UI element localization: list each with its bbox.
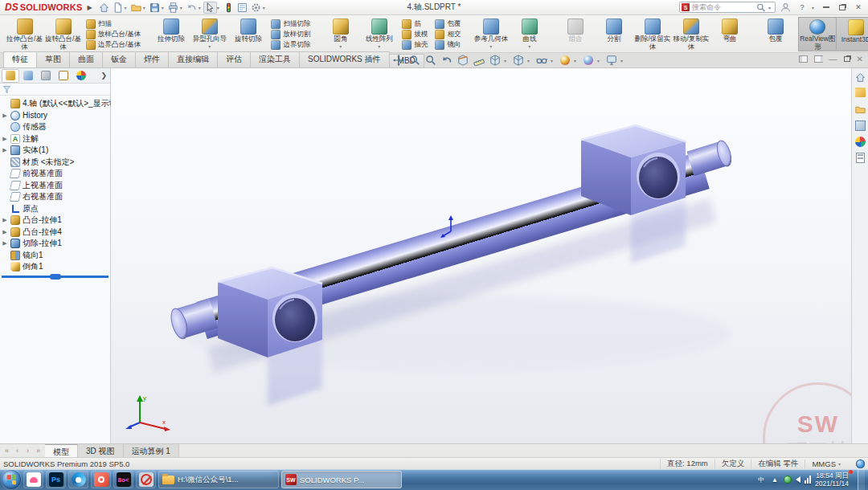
tab-render-tools[interactable]: 渲染工具 — [250, 51, 300, 67]
search-dropdown-arrow[interactable]: ▾ — [768, 5, 771, 10]
linear-pattern-button[interactable]: 线性阵列▾ — [360, 17, 398, 51]
rebuild-button[interactable] — [222, 2, 235, 14]
view-orientation-dropdown-arrow[interactable]: ▾ — [504, 58, 506, 63]
revolved-cut-button[interactable]: 旋转切除 — [229, 17, 267, 51]
save-dropdown-arrow[interactable]: ▾ — [162, 5, 164, 10]
solidworks-taskbar-button[interactable]: SW SOLIDWORKS P... — [281, 471, 402, 488]
help-button[interactable]: ? — [796, 2, 809, 13]
wrap2-button[interactable]: 包覆 — [756, 17, 794, 51]
tab-weldments[interactable]: 焊件 — [135, 51, 169, 67]
curves-dropdown-arrow[interactable]: ▾ — [528, 43, 530, 49]
tab-sheet-metal[interactable]: 钣金 — [102, 51, 136, 67]
menu-flyout-arrow[interactable]: ▶ — [87, 4, 92, 11]
taskbar-app-black[interactable]: 8o< — [113, 471, 133, 488]
tree-item-mirror1[interactable]: 镜向1 — [2, 250, 110, 262]
mirror-button[interactable]: 镜向 — [433, 39, 462, 50]
motion-study-tab[interactable]: 运动算例 1 — [124, 444, 179, 457]
options-dropdown-arrow[interactable]: ▾ — [263, 5, 265, 10]
hide-show-dropdown-arrow[interactable]: ▾ — [551, 58, 553, 63]
rib-button[interactable]: 筋 — [400, 18, 429, 29]
tab-direct-editing[interactable]: 直接编辑 — [168, 51, 218, 67]
tree-item-top-plane[interactable]: 上视基准面 — [2, 180, 110, 192]
taskbar-app-photoshop[interactable]: Ps — [46, 471, 66, 488]
boundary-cut-button[interactable]: 边界切除 — [269, 39, 312, 50]
extruded-cut-button[interactable]: 拉伸切除 — [152, 17, 190, 51]
doc-minimize-button[interactable]: — — [829, 55, 837, 63]
tab-solidworks-addins[interactable]: SOLIDWORKS 插件 — [299, 51, 390, 67]
tab-sketch[interactable]: 草图 — [36, 51, 70, 67]
tree-item-history[interactable]: ▶History — [2, 110, 110, 122]
linear-pattern-dropdown-arrow[interactable]: ▾ — [378, 43, 380, 49]
measure-icon[interactable] — [472, 54, 485, 67]
home-button[interactable] — [97, 2, 111, 14]
print-dropdown-arrow[interactable]: ▾ — [180, 5, 182, 10]
block1-hole[interactable] — [275, 298, 315, 341]
realview-graphics-button[interactable]: RealView图形 — [799, 18, 837, 51]
taskbar-app-browser[interactable] — [68, 471, 88, 488]
zoom-to-area-icon[interactable] — [407, 54, 421, 67]
display-style-dropdown-arrow[interactable]: ▾ — [527, 58, 530, 63]
tree-item-front-plane[interactable]: 前视基准面 — [2, 168, 110, 180]
tray-security-icon[interactable] — [784, 476, 792, 484]
3d-views-tab[interactable]: 3D 视图 — [78, 444, 124, 457]
tree-item-solid-bodies[interactable]: ▶实体(1) — [2, 145, 110, 157]
hole-wizard-button[interactable]: 异型孔向导▾ — [190, 17, 228, 51]
taskbar-clock[interactable]: 18:54 周日 2021/11/14 — [815, 472, 852, 488]
file-explorer-tab[interactable] — [854, 103, 866, 116]
boundary-boss-button[interactable]: 边界凸台/基体 — [84, 39, 142, 50]
tree-item-annotations[interactable]: ▶A注解 — [2, 133, 110, 145]
custom-properties-tab[interactable] — [854, 151, 866, 164]
edit-appearance-icon[interactable] — [558, 54, 571, 67]
split-button[interactable]: 分割 — [595, 17, 633, 51]
tab-surfaces[interactable]: 曲面 — [69, 51, 103, 67]
open-dropdown-arrow[interactable]: ▾ — [143, 5, 145, 10]
intersect-button[interactable]: 相交 — [433, 29, 462, 39]
doc-restore-button[interactable] — [844, 56, 850, 62]
taskbar-app-disabled[interactable] — [136, 471, 156, 488]
delete-keep-body-button[interactable]: 删除/保留实体 — [633, 17, 671, 51]
hide-show-items-icon[interactable] — [534, 54, 548, 67]
expander-icon[interactable]: ▶ — [2, 229, 8, 235]
shell-button[interactable]: 抽壳 — [400, 39, 429, 50]
display-style-icon[interactable] — [511, 54, 525, 67]
shaft-part-model[interactable] — [111, 68, 850, 443]
lofted-boss-button[interactable]: 放样凸台/基体 — [84, 29, 142, 39]
show-desktop-button[interactable] — [858, 469, 865, 490]
viewport-layout-icon[interactable] — [799, 55, 808, 63]
tray-network-icon[interactable] — [805, 476, 811, 484]
design-library-tab[interactable] — [854, 87, 866, 100]
tree-item-right-plane[interactable]: 右视基准面 — [2, 191, 110, 203]
edit-appearance-dropdown-arrow[interactable]: ▾ — [574, 58, 576, 63]
doc-close-button[interactable]: ✕ — [857, 55, 863, 63]
viewport-layout2-icon[interactable] — [814, 55, 823, 63]
rollback-bar[interactable] — [2, 276, 108, 278]
search-input[interactable]: 搜索命令 — [692, 2, 754, 13]
propertymanager-tab[interactable] — [19, 69, 37, 83]
taskbar-app-cloud[interactable] — [23, 471, 43, 488]
units-selector[interactable]: MMGS▾ — [805, 459, 850, 468]
fillet-dropdown-arrow[interactable]: ▾ — [339, 43, 342, 49]
tree-item-chamfer1[interactable]: 倒角1 — [2, 261, 110, 273]
select-button[interactable] — [203, 2, 217, 14]
new-dropdown-arrow[interactable]: ▾ — [125, 5, 127, 10]
tray-show-hidden-icon[interactable]: ▲ — [770, 475, 780, 484]
revolved-boss-button[interactable]: 旋转凸台/基体 — [44, 17, 82, 51]
taskbar-app-red[interactable] — [91, 471, 111, 488]
tree-filter-bar[interactable] — [0, 84, 110, 96]
tree-item-boss-extrude4[interactable]: ▶凸台-拉伸4 — [2, 227, 110, 239]
block2[interactable] — [581, 125, 686, 215]
file-properties-button[interactable] — [235, 2, 249, 14]
dimxpertmanager-tab[interactable] — [55, 69, 72, 83]
scroll-next-icon[interactable]: › — [23, 447, 32, 455]
view-orientation-icon[interactable] — [488, 54, 502, 67]
tree-item-sensors[interactable]: 传感器 — [2, 121, 110, 133]
lofted-cut-button[interactable]: 放样切割 — [269, 29, 312, 39]
new-document-button[interactable] — [111, 2, 125, 14]
wrap-button[interactable]: 包覆 — [433, 18, 462, 29]
help-dropdown-arrow[interactable]: ▾ — [812, 5, 814, 10]
flex-button[interactable]: 弯曲 — [710, 17, 748, 51]
view-settings-dropdown-arrow[interactable]: ▾ — [620, 58, 623, 63]
apply-scene-dropdown-arrow[interactable]: ▾ — [597, 58, 600, 63]
folder-taskbar-button[interactable]: H:\微信公众号\1... — [158, 471, 279, 488]
apply-scene-icon[interactable] — [581, 54, 595, 67]
